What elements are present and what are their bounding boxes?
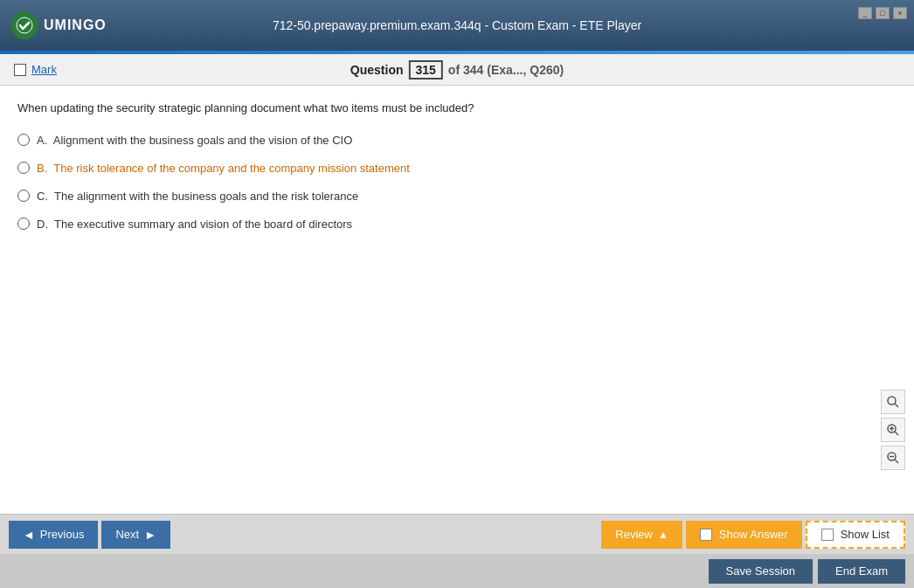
question-text: When updating the security strategic pla… xyxy=(17,100,897,117)
radio-b[interactable] xyxy=(17,162,30,174)
review-button[interactable]: Review ▲ xyxy=(601,521,682,549)
option-a[interactable]: A. Alignment with the business goals and… xyxy=(17,133,897,149)
window-controls[interactable]: _ □ × xyxy=(858,7,907,19)
svg-point-0 xyxy=(17,17,32,33)
radio-c[interactable] xyxy=(17,190,30,202)
zoom-controls xyxy=(881,390,905,470)
end-exam-button[interactable]: End Exam xyxy=(818,559,905,584)
mark-checkbox[interactable] xyxy=(14,64,26,76)
maximize-button[interactable]: □ xyxy=(876,7,890,19)
logo-icon xyxy=(10,11,38,39)
svg-line-4 xyxy=(895,432,898,435)
close-button[interactable]: × xyxy=(893,7,907,19)
svg-point-1 xyxy=(888,397,896,405)
show-answer-checkbox-icon xyxy=(700,529,712,541)
mark-label[interactable]: Mark xyxy=(31,63,57,76)
option-c-text: C. The alignment with the business goals… xyxy=(37,189,358,204)
save-session-button[interactable]: Save Session xyxy=(709,559,814,584)
previous-button[interactable]: ◄ Previous xyxy=(9,521,98,549)
question-label: Question xyxy=(350,63,404,77)
zoom-in-icon[interactable] xyxy=(881,418,905,442)
mark-area[interactable]: Mark xyxy=(14,63,57,76)
logo-text: UMINGO xyxy=(44,17,107,33)
question-number: 315 xyxy=(409,60,443,80)
main-content: When updating the security strategic pla… xyxy=(0,86,914,514)
option-b-text: B. The risk tolerance of the company and… xyxy=(37,161,410,176)
next-button[interactable]: Next ► xyxy=(101,521,170,549)
radio-d[interactable] xyxy=(17,218,30,230)
next-arrow-icon: ► xyxy=(144,528,156,542)
svg-line-8 xyxy=(895,460,898,463)
search-icon[interactable] xyxy=(881,390,905,414)
radio-a[interactable] xyxy=(17,134,30,146)
svg-line-2 xyxy=(895,404,898,407)
option-d[interactable]: D. The executive summary and vision of t… xyxy=(17,217,897,232)
logo-area: UMINGO xyxy=(10,11,107,39)
bottom-action-bar: Save Session End Exam xyxy=(0,554,914,588)
show-list-button[interactable]: Show List xyxy=(806,521,905,549)
option-a-text: A. Alignment with the business goals and… xyxy=(37,133,352,149)
question-number-area: Question 315 of 344 (Exa..., Q260) xyxy=(350,60,564,80)
zoom-out-icon[interactable] xyxy=(881,446,905,470)
option-b[interactable]: B. The risk tolerance of the company and… xyxy=(17,161,897,176)
option-d-text: D. The executive summary and vision of t… xyxy=(37,217,352,232)
review-arrow-icon: ▲ xyxy=(658,529,668,541)
window-title: 712-50.prepaway.premium.exam.344q - Cust… xyxy=(273,18,641,32)
show-list-checkbox-icon xyxy=(821,529,834,541)
show-answer-button[interactable]: Show Answer xyxy=(686,521,802,549)
question-header: Mark Question 315 of 344 (Exa..., Q260) xyxy=(0,54,914,86)
previous-arrow-icon: ◄ xyxy=(23,528,35,542)
title-bar: UMINGO 712-50.prepaway.premium.exam.344q… xyxy=(0,0,914,51)
question-of: of 344 (Exa..., Q260) xyxy=(448,63,564,77)
option-c[interactable]: C. The alignment with the business goals… xyxy=(17,189,897,204)
bottom-nav: ◄ Previous Next ► Review ▲ Show Answer S… xyxy=(0,514,914,554)
minimize-button[interactable]: _ xyxy=(858,7,872,19)
